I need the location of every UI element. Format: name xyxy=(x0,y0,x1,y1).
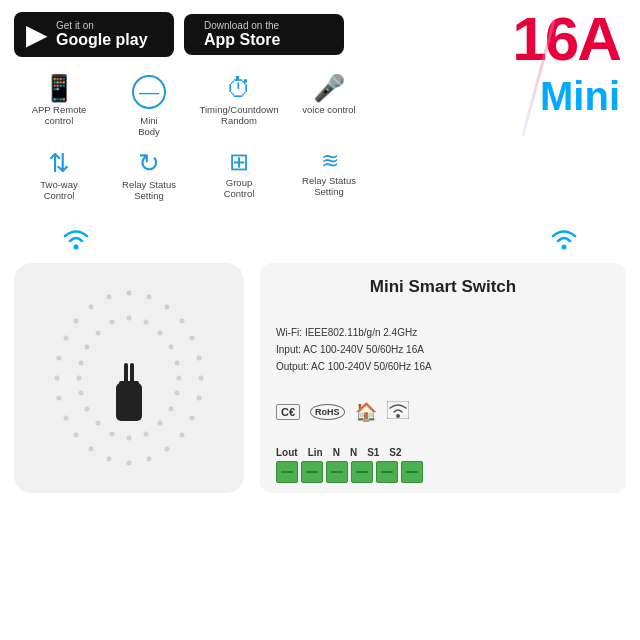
svg-point-43 xyxy=(110,431,115,436)
plug-svg xyxy=(94,333,164,423)
svg-point-0 xyxy=(74,244,79,249)
svg-point-44 xyxy=(144,431,149,436)
svg-point-36 xyxy=(177,375,182,380)
spec-output: Output: AC 100-240V 50/60Hz 16A xyxy=(276,358,610,375)
feature-relay2: ≋ Relay StatusSetting xyxy=(284,146,374,206)
terminal-labels: Lout Lin N N S1 S2 xyxy=(276,447,610,458)
svg-point-2 xyxy=(127,290,132,295)
feature-app-remote: 📱 APP Remotecontrol xyxy=(14,71,104,142)
svg-point-18 xyxy=(190,415,195,420)
app-store-badge[interactable]: Download on the App Store xyxy=(184,14,344,55)
feature-voice-label: voice control xyxy=(302,104,355,115)
rating-16a-label: 16A xyxy=(512,8,620,70)
svg-point-10 xyxy=(190,335,195,340)
switch-specs: Wi-Fi: IEEE802.11b/g/n 2.4GHz Input: AC … xyxy=(276,324,610,375)
svg-point-8 xyxy=(180,318,185,323)
term-n2: N xyxy=(350,447,357,458)
mic-icon: 🎤 xyxy=(313,75,345,101)
rating-area: 16A Mini xyxy=(512,8,620,119)
feature-group: ⊞ GroupControl xyxy=(194,146,284,206)
svg-point-21 xyxy=(89,446,94,451)
svg-point-33 xyxy=(79,360,84,365)
device-left xyxy=(14,263,244,493)
svg-point-20 xyxy=(180,432,185,437)
feature-timing-label: Timing/CountdownRandom xyxy=(200,104,279,127)
svg-point-6 xyxy=(165,304,170,309)
term-s1: S1 xyxy=(367,447,379,458)
wifi-icon-left xyxy=(60,226,92,259)
google-play-badge[interactable]: ▶ Get it on Google play xyxy=(14,12,174,57)
term-s2: S2 xyxy=(389,447,401,458)
feature-twoway-label: Two-wayControl xyxy=(40,179,77,202)
switch-title: Mini Smart Switch xyxy=(276,277,610,297)
feature-relay1-label: Relay StatusSetting xyxy=(122,179,176,202)
term-lin: Lin xyxy=(308,447,323,458)
google-badge-small: Get it on xyxy=(56,20,148,31)
svg-point-14 xyxy=(199,375,204,380)
rohs-label: RoHS xyxy=(310,404,345,420)
spec-input: Input: AC 100-240V 50/60Hz 16A xyxy=(276,341,610,358)
svg-point-32 xyxy=(169,344,174,349)
wifi-row xyxy=(0,216,640,263)
svg-point-27 xyxy=(110,319,115,324)
svg-point-37 xyxy=(79,390,84,395)
svg-point-19 xyxy=(74,432,79,437)
ce-cert: C€ xyxy=(276,404,300,420)
feature-relay2-label: Relay StatusSetting xyxy=(302,175,356,198)
google-badge-big: Google play xyxy=(56,31,148,49)
feature-voice: 🎤 voice control xyxy=(284,71,374,142)
wifi-cert-icon xyxy=(387,401,409,422)
svg-point-11 xyxy=(57,355,62,360)
terminal-section: Lout Lin N N S1 S2 xyxy=(276,447,610,483)
feature-group-label: GroupControl xyxy=(224,177,255,200)
feature-relay1: ↻ Relay StatusSetting xyxy=(104,146,194,206)
feature-mini-body: — MiniBody xyxy=(104,71,194,142)
screw-6 xyxy=(401,461,423,483)
svg-point-24 xyxy=(147,456,152,461)
screw-4 xyxy=(351,461,373,483)
screw-3 xyxy=(326,461,348,483)
svg-point-50 xyxy=(396,414,400,418)
svg-point-34 xyxy=(175,360,180,365)
google-play-icon: ▶ xyxy=(26,18,48,51)
apple-badge-big: App Store xyxy=(204,31,280,49)
phone-icon: 📱 xyxy=(43,75,75,101)
spec-wifi: Wi-Fi: IEEE802.11b/g/n 2.4GHz xyxy=(276,324,610,341)
svg-point-28 xyxy=(144,319,149,324)
svg-rect-46 xyxy=(116,383,142,421)
features-row-2: ⇅ Two-wayControl ↻ Relay StatusSetting ⊞… xyxy=(14,146,626,206)
terminal-block xyxy=(276,461,610,483)
feature-timing: ⏱ Timing/CountdownRandom xyxy=(194,71,284,142)
svg-point-9 xyxy=(64,335,69,340)
rohs-cert: RoHS xyxy=(310,404,345,420)
svg-point-4 xyxy=(147,294,152,299)
relay1-icon: ↻ xyxy=(138,150,160,176)
svg-point-25 xyxy=(127,460,132,465)
wifi-icon-right xyxy=(548,226,580,259)
twoway-icon: ⇅ xyxy=(48,150,70,176)
svg-point-40 xyxy=(169,406,174,411)
svg-point-12 xyxy=(197,355,202,360)
screw-1 xyxy=(276,461,298,483)
svg-point-26 xyxy=(127,315,132,320)
feature-twoway: ⇅ Two-wayControl xyxy=(14,146,104,206)
screw-2 xyxy=(301,461,323,483)
feature-app-remote-label: APP Remotecontrol xyxy=(32,104,87,127)
svg-point-7 xyxy=(74,318,79,323)
relay2-icon: ≋ xyxy=(321,150,337,172)
svg-point-16 xyxy=(197,395,202,400)
svg-point-1 xyxy=(562,244,567,249)
term-n1: N xyxy=(333,447,340,458)
svg-point-39 xyxy=(85,406,90,411)
clock-icon: ⏱ xyxy=(226,75,252,101)
svg-point-22 xyxy=(165,446,170,451)
minus-circle-icon: — xyxy=(132,75,166,109)
svg-point-23 xyxy=(107,456,112,461)
cert-row: C€ RoHS 🏠 xyxy=(276,401,610,423)
svg-point-13 xyxy=(55,375,60,380)
svg-point-15 xyxy=(57,395,62,400)
svg-point-3 xyxy=(107,294,112,299)
apple-badge-small: Download on the xyxy=(204,20,280,31)
svg-rect-49 xyxy=(119,381,139,387)
device-right: Mini Smart Switch Wi-Fi: IEEE802.11b/g/n… xyxy=(260,263,626,493)
